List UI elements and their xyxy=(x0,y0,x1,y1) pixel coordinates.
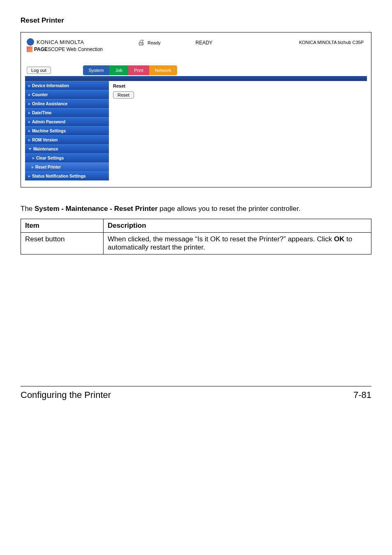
chevron-right-icon xyxy=(28,103,30,105)
pagescope-icon xyxy=(27,46,32,52)
explain-prefix: The xyxy=(21,205,35,213)
footer-left: Configuring the Printer xyxy=(21,390,111,400)
tab-job[interactable]: Job xyxy=(109,65,128,75)
sidebar-item-device-information[interactable]: Device Information xyxy=(25,81,109,90)
sidebar-item-date-time[interactable]: Date/Time xyxy=(25,108,109,117)
table-header-row: Item Description xyxy=(21,219,371,232)
info-table: Item Description Reset button When click… xyxy=(21,219,371,254)
brand-text: KONICA MINOLTA xyxy=(37,39,84,45)
divider-bar xyxy=(25,76,367,81)
footer-right: 7-81 xyxy=(353,390,371,400)
tab-network[interactable]: Network xyxy=(149,65,177,75)
sidebar-item-reset-printer[interactable]: Reset Printer xyxy=(25,162,109,171)
sidebar-item-label: Admin Password xyxy=(32,120,65,124)
tab-system[interactable]: System xyxy=(83,65,110,75)
chevron-right-icon xyxy=(28,139,30,141)
explain-bold: System - Maintenance - Reset Printer xyxy=(35,205,157,213)
chevron-right-icon xyxy=(28,175,30,178)
chevron-right-icon xyxy=(28,94,30,96)
brand-block: KONICA MINOLTA PAGESCOPE Web Connection xyxy=(27,38,103,52)
chevron-right-icon xyxy=(28,121,30,123)
chevron-right-icon xyxy=(28,85,30,87)
content-area: Device Information Counter Online Assist… xyxy=(25,81,367,180)
app-header: KONICA MINOLTA PAGESCOPE Web Connection … xyxy=(25,37,367,63)
sidebar-item-label: Date/Time xyxy=(32,111,52,115)
sidebar-item-label: Status Notification Settings xyxy=(32,174,86,178)
table-cell-description: When clicked, the message “Is it OK to r… xyxy=(104,232,371,254)
chevron-right-icon xyxy=(32,157,35,160)
logout-button[interactable]: Log out xyxy=(27,67,51,74)
sidebar-item-label: ROM Version xyxy=(32,138,58,142)
status-block: 🖨 Ready xyxy=(138,38,161,47)
table-cell-item: Reset button xyxy=(21,232,104,254)
globe-icon xyxy=(27,38,34,46)
sidebar-item-rom-version[interactable]: ROM Version xyxy=(25,135,109,144)
reset-button[interactable]: Reset xyxy=(113,91,134,99)
sidebar-item-label: Device Information xyxy=(32,83,69,88)
sidebar-item-label: Reset Printer xyxy=(35,165,61,169)
status-text: Ready xyxy=(148,40,161,45)
explain-text: The System - Maintenance - Reset Printer… xyxy=(21,204,371,214)
model-text: KONICA MINOLTA bizhub C35P xyxy=(299,40,364,45)
sidebar-item-label: Maintenance xyxy=(33,147,58,151)
toolbar-row: Log out System Job Print Network xyxy=(25,65,367,75)
sidebar-item-machine-settings[interactable]: Machine Settings xyxy=(25,126,109,135)
chevron-down-icon xyxy=(28,148,32,150)
table-header-item: Item xyxy=(21,219,104,232)
tab-strip: System Job Print Network xyxy=(83,65,177,75)
sidebar-item-label: Clear Settings xyxy=(36,156,64,160)
sidebar-item-status-notification-settings[interactable]: Status Notification Settings xyxy=(25,171,109,180)
page-footer: Configuring the Printer 7-81 xyxy=(21,386,371,400)
sidebar-item-admin-password[interactable]: Admin Password xyxy=(25,117,109,126)
sidebar-item-counter[interactable]: Counter xyxy=(25,90,109,99)
sidebar-item-online-assistance[interactable]: Online Assistance xyxy=(25,99,109,108)
ready-title: READY xyxy=(196,40,212,46)
chevron-right-icon xyxy=(28,130,30,132)
panel-title: Reset xyxy=(113,83,134,88)
desc-prefix: When clicked, the message “Is it OK to r… xyxy=(108,235,334,243)
chevron-right-icon xyxy=(32,166,34,169)
sidebar-item-clear-settings[interactable]: Clear Settings xyxy=(25,153,109,162)
sidebar-item-maintenance[interactable]: Maintenance xyxy=(25,144,109,153)
screenshot-frame: KONICA MINOLTA PAGESCOPE Web Connection … xyxy=(21,32,371,187)
chevron-right-icon xyxy=(28,112,30,114)
printer-icon: 🖨 xyxy=(138,38,145,47)
table-row: Reset button When clicked, the message “… xyxy=(21,232,371,254)
sidebar-item-label: Counter xyxy=(32,92,48,97)
sidebar-item-label: Machine Settings xyxy=(32,129,66,133)
desc-bold: OK xyxy=(334,235,345,243)
table-header-description: Description xyxy=(104,219,371,232)
tab-print[interactable]: Print xyxy=(128,65,149,75)
product-name: PAGESCOPE Web Connection xyxy=(34,46,103,52)
side-menu: Device Information Counter Online Assist… xyxy=(25,81,109,180)
main-panel: Reset Reset xyxy=(109,81,138,180)
sidebar-item-label: Online Assistance xyxy=(32,102,67,106)
section-title: Reset Printer xyxy=(21,16,371,25)
explain-suffix: page allows you to reset the printer con… xyxy=(158,205,301,213)
